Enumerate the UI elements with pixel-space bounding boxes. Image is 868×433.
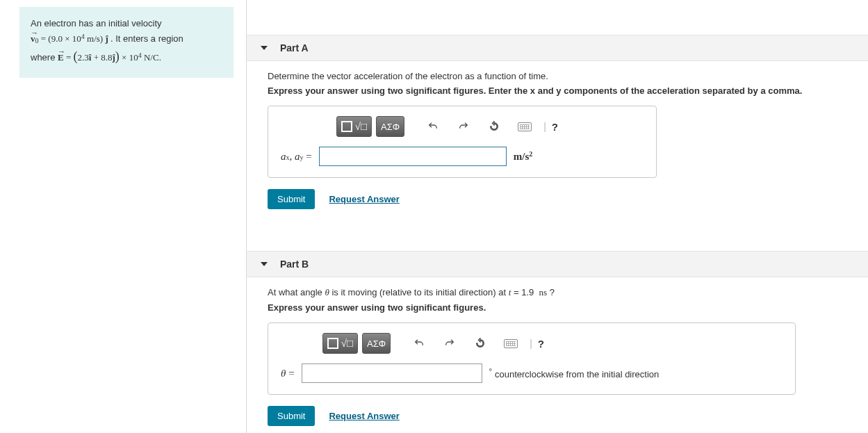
- keyboard-button[interactable]: [511, 117, 538, 136]
- part-a-header[interactable]: Part A: [247, 35, 868, 61]
- redo-button[interactable]: [436, 334, 463, 353]
- part-b-prompt: At what angle θ is it moving (relative t…: [268, 287, 847, 298]
- part-b-unit: °counterclockwise from the initial direc…: [489, 367, 660, 379]
- undo-button[interactable]: [420, 117, 446, 136]
- part-a-title: Part A: [280, 42, 309, 54]
- undo-button[interactable]: [406, 334, 432, 353]
- undo-icon: [427, 121, 439, 132]
- problem-statement: An electron has an initial velocity v→0 …: [19, 7, 234, 78]
- part-a-submit-button[interactable]: Submit: [268, 189, 315, 209]
- part-a-answer-input[interactable]: [319, 147, 507, 166]
- part-b-body: At what angle θ is it moving (relative t…: [247, 277, 868, 433]
- part-b-answer-input[interactable]: [302, 363, 482, 383]
- part-a-answer-box: √□ ΑΣΦ | ? ax,: [268, 106, 657, 178]
- part-a-request-answer-link[interactable]: Request Answer: [329, 194, 399, 204]
- part-b-submit-button[interactable]: Submit: [268, 406, 315, 426]
- part-b-title: Part B: [280, 259, 309, 270]
- toolbar-separator: |: [542, 121, 548, 132]
- part-b-toolbar: √□ ΑΣΦ | ?: [281, 333, 783, 354]
- reset-icon: [475, 338, 486, 349]
- reset-button[interactable]: [467, 334, 493, 353]
- redo-icon: [444, 338, 455, 349]
- reset-icon: [489, 121, 500, 132]
- part-b-header[interactable]: Part B: [247, 251, 868, 277]
- redo-icon: [458, 121, 469, 132]
- reset-button[interactable]: [481, 117, 507, 136]
- part-a-instruction: Express your answer using two significan…: [268, 85, 847, 96]
- part-b-eq-label: θ =: [281, 368, 295, 379]
- redo-button[interactable]: [450, 117, 477, 136]
- part-a-unit: m/s2: [514, 150, 533, 163]
- toolbar-help-button[interactable]: ?: [552, 121, 558, 133]
- part-b-answer-box: √□ ΑΣΦ | ? θ =: [268, 322, 796, 395]
- greek-button[interactable]: ΑΣΦ: [376, 116, 404, 137]
- caret-down-icon: [261, 262, 268, 266]
- undo-icon: [413, 338, 425, 349]
- problem-line1: An electron has an initial velocity: [31, 18, 162, 28]
- part-b-instruction: Express your answer using two significan…: [268, 302, 847, 313]
- part-a-toolbar: √□ ΑΣΦ | ?: [281, 116, 644, 137]
- part-a-prompt: Determine the vector acceleration of the…: [268, 71, 847, 81]
- toolbar-separator: |: [528, 338, 534, 349]
- keyboard-icon: [518, 122, 532, 131]
- keyboard-icon: [504, 339, 518, 348]
- templates-button[interactable]: √□: [336, 116, 372, 137]
- caret-down-icon: [261, 46, 268, 50]
- keyboard-button[interactable]: [498, 334, 524, 353]
- toolbar-help-button[interactable]: ?: [538, 338, 544, 350]
- part-b-request-answer-link[interactable]: Request Answer: [329, 411, 399, 421]
- greek-button[interactable]: ΑΣΦ: [362, 333, 391, 354]
- templates-button[interactable]: √□: [322, 333, 358, 354]
- part-a-eq-label: ax, ay =: [281, 151, 312, 163]
- part-a-body: Determine the vector acceleration of the…: [247, 61, 868, 216]
